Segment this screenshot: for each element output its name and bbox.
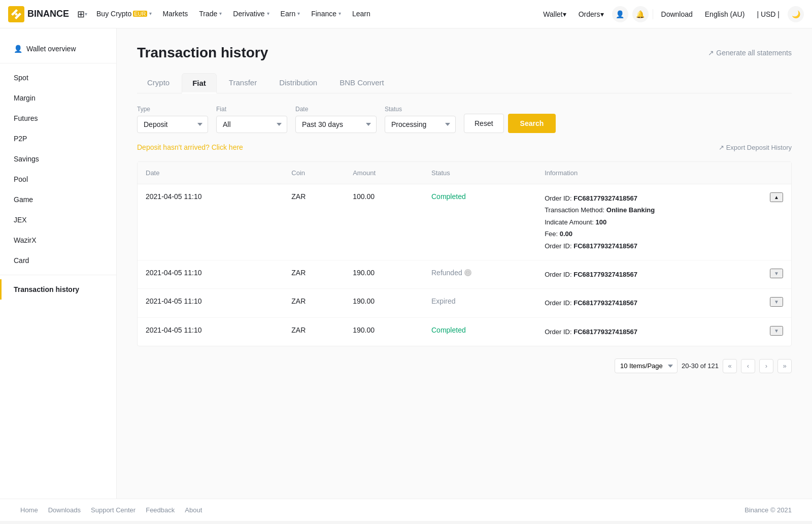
sidebar-item-margin[interactable]: Margin bbox=[0, 88, 116, 108]
export-deposit-history-link[interactable]: ↗ Export Deposit History bbox=[719, 144, 792, 151]
sidebar-jex-label: JEX bbox=[14, 216, 27, 224]
prev-page-button[interactable]: ‹ bbox=[741, 359, 755, 373]
sidebar-item-wazirx[interactable]: WazirX bbox=[0, 230, 116, 250]
tab-bnb-convert[interactable]: BNB Convert bbox=[329, 73, 394, 93]
nav-finance[interactable]: Finance ▾ bbox=[306, 0, 346, 28]
deposit-link-row: Deposit hasn't arrived? Click here ↗ Exp… bbox=[137, 143, 792, 151]
type-filter-select[interactable]: Deposit Withdrawal bbox=[137, 116, 208, 133]
sidebar-item-jex[interactable]: JEX bbox=[0, 210, 116, 230]
table-row: 2021-04-05 11:10 ZAR 190.00 Refunded ⓘ ▼ bbox=[138, 260, 791, 288]
row3-information: ▼ Order ID: FC681779327418567 bbox=[536, 289, 791, 317]
table-row: 2021-04-05 11:10 ZAR 100.00 Completed ▲ … bbox=[138, 184, 791, 260]
info-cell-1: ▲ Order ID: FC681779327418567 Transactio… bbox=[545, 192, 783, 252]
logo[interactable]: BINANCE bbox=[8, 6, 69, 22]
sidebar-item-transaction-history[interactable]: Transaction history bbox=[0, 279, 116, 300]
nav-right-section: Wallet ▾ Orders ▾ 👤 🔔 Download English (… bbox=[539, 0, 804, 28]
row2-date: 2021-04-05 11:10 bbox=[138, 260, 283, 288]
export-icon: ↗ bbox=[719, 144, 724, 151]
notification-icon[interactable]: 🔔 bbox=[632, 6, 649, 22]
fiat-filter-select[interactable]: All USD EUR ZAR bbox=[216, 116, 287, 133]
nav-wallet[interactable]: Wallet ▾ bbox=[539, 0, 570, 28]
sidebar-divider bbox=[0, 63, 116, 63]
row3-expand-button[interactable]: ▼ bbox=[770, 297, 783, 307]
sidebar-item-card[interactable]: Card bbox=[0, 250, 116, 271]
row1-date: 2021-04-05 11:10 bbox=[138, 184, 283, 260]
filter-actions: Reset Search bbox=[464, 114, 556, 133]
col-amount: Amount bbox=[345, 162, 423, 184]
footer-support[interactable]: Support Center bbox=[91, 506, 136, 514]
nav-trade[interactable]: Trade ▾ bbox=[194, 0, 227, 28]
row2-expand-button[interactable]: ▼ bbox=[770, 269, 783, 278]
row1-order-id: FC681779327418567 bbox=[573, 194, 637, 202]
sidebar-item-savings[interactable]: Savings bbox=[0, 149, 116, 169]
nav-earn[interactable]: Earn ▾ bbox=[276, 0, 306, 28]
footer-about[interactable]: About bbox=[185, 506, 202, 514]
theme-toggle[interactable]: 🌙 bbox=[788, 6, 804, 22]
nav-learn[interactable]: Learn bbox=[347, 0, 376, 28]
page-size-select[interactable]: 10 Items/Page 20 Items/Page 50 Items/Pag… bbox=[615, 358, 678, 373]
col-date: Date bbox=[138, 162, 283, 184]
sidebar-wallet-overview[interactable]: 👤 Wallet overview bbox=[0, 39, 116, 59]
page-title: Transaction history bbox=[137, 45, 268, 61]
sidebar-game-label: Game bbox=[14, 195, 33, 204]
main-content: Transaction history ↗ Generate all state… bbox=[117, 28, 812, 499]
row4-status: Completed bbox=[423, 317, 536, 346]
next-page-button[interactable]: › bbox=[759, 359, 773, 373]
nav-orders[interactable]: Orders ▾ bbox=[574, 0, 608, 28]
tab-distribution[interactable]: Distribution bbox=[269, 73, 327, 93]
row4-order-id: FC681779327418567 bbox=[573, 328, 637, 336]
nav-derivative[interactable]: Derivative ▾ bbox=[228, 0, 274, 28]
status-completed-badge: Completed bbox=[431, 192, 466, 201]
col-information: Information bbox=[536, 162, 791, 184]
date-filter-select[interactable]: Past 30 days Past 7 days Past 90 days bbox=[295, 116, 377, 133]
fiat-filter-label: Fiat bbox=[216, 106, 287, 113]
sidebar-transaction-history-label: Transaction history bbox=[14, 285, 79, 293]
row1-transaction-method: Online Banking bbox=[606, 206, 655, 214]
sidebar-item-spot[interactable]: Spot bbox=[0, 68, 116, 88]
deposit-not-arrived-link[interactable]: Deposit hasn't arrived? Click here bbox=[137, 143, 243, 151]
nav-language[interactable]: English (AU) bbox=[701, 0, 749, 28]
row3-amount: 190.00 bbox=[345, 289, 423, 317]
search-button[interactable]: Search bbox=[508, 114, 556, 133]
sidebar-item-pool[interactable]: Pool bbox=[0, 169, 116, 189]
tab-transfer[interactable]: Transfer bbox=[219, 73, 267, 93]
row3-coin: ZAR bbox=[283, 289, 345, 317]
table-row: 2021-04-05 11:10 ZAR 190.00 Completed ▼ … bbox=[138, 317, 791, 346]
refunded-info-icon[interactable]: ⓘ bbox=[464, 269, 471, 276]
footer-home[interactable]: Home bbox=[20, 506, 38, 514]
type-filter-label: Type bbox=[137, 106, 208, 113]
footer-feedback[interactable]: Feedback bbox=[146, 506, 175, 514]
table-row: 2021-04-05 11:10 ZAR 190.00 Expired ▼ Or… bbox=[138, 289, 791, 317]
page-range-info: 20-30 of 121 bbox=[682, 362, 719, 370]
tab-crypto[interactable]: Crypto bbox=[137, 73, 180, 93]
row1-expand-button[interactable]: ▲ bbox=[770, 192, 783, 202]
profile-icon[interactable]: 👤 bbox=[612, 6, 628, 22]
info-cell-2: ▼ Order ID: FC681779327418567 bbox=[545, 269, 783, 280]
sidebar-item-futures[interactable]: Futures bbox=[0, 108, 116, 128]
status-completed-badge-2: Completed bbox=[431, 326, 466, 334]
tab-fiat[interactable]: Fiat bbox=[182, 73, 217, 93]
grid-menu-button[interactable]: ⊞ ▾ bbox=[73, 0, 91, 28]
row3-order-id: FC681779327418567 bbox=[573, 299, 637, 307]
col-coin: Coin bbox=[283, 162, 345, 184]
last-page-button[interactable]: » bbox=[777, 359, 792, 373]
first-page-button[interactable]: « bbox=[723, 359, 737, 373]
info-cell-3: ▼ Order ID: FC681779327418567 bbox=[545, 297, 783, 309]
nav-buy-crypto[interactable]: Buy Crypto EUR ▾ bbox=[91, 0, 156, 28]
status-filter-select[interactable]: Processing Completed Failed Refunded Exp… bbox=[385, 116, 456, 133]
generate-statements-link[interactable]: ↗ Generate all statements bbox=[708, 49, 792, 57]
sidebar-item-p2p[interactable]: P2P bbox=[0, 128, 116, 149]
footer-downloads[interactable]: Downloads bbox=[48, 506, 81, 514]
row4-expand-button[interactable]: ▼ bbox=[770, 326, 783, 336]
nav-download[interactable]: Download bbox=[657, 0, 697, 28]
col-status: Status bbox=[423, 162, 536, 184]
sidebar-item-game[interactable]: Game bbox=[0, 189, 116, 210]
nav-markets[interactable]: Markets bbox=[158, 0, 193, 28]
row1-order-id2: FC681779327418567 bbox=[573, 242, 637, 250]
nav-currency[interactable]: | USD | bbox=[753, 0, 784, 28]
row3-date: 2021-04-05 11:10 bbox=[138, 289, 283, 317]
reset-button[interactable]: Reset bbox=[464, 114, 504, 133]
row2-amount: 190.00 bbox=[345, 260, 423, 288]
type-filter-group: Type Deposit Withdrawal bbox=[137, 106, 208, 133]
main-layout: 👤 Wallet overview Spot Margin Futures P2… bbox=[0, 28, 812, 499]
